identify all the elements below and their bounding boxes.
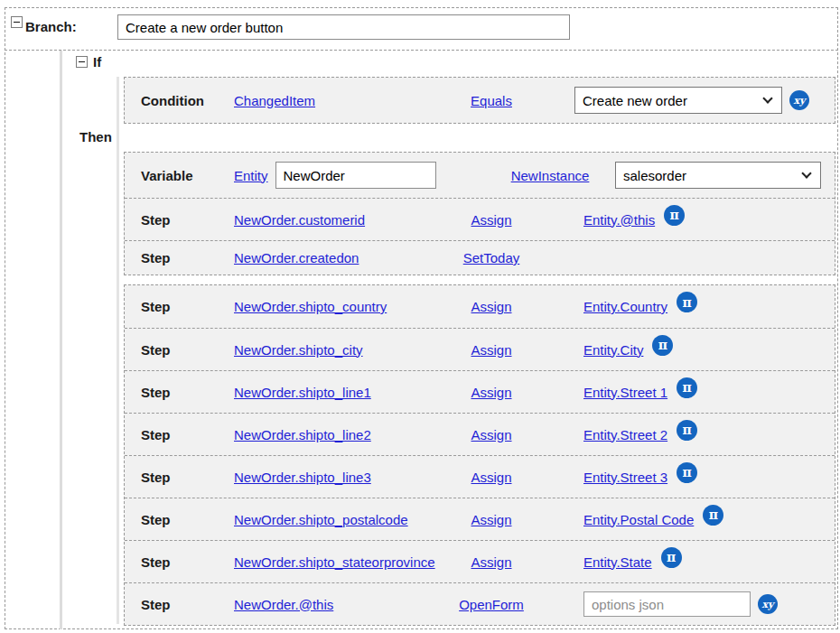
step-row: Step NewOrder.shipto_postalcode Assign E… bbox=[125, 498, 835, 540]
condition-label: Condition bbox=[125, 93, 234, 108]
step-target-link[interactable]: NewOrder.createdon bbox=[234, 250, 359, 265]
step-label: Step bbox=[125, 212, 234, 228]
step-target-link[interactable]: NewOrder.shipto_city bbox=[234, 342, 363, 358]
step-row: Step NewOrder.shipto_country Assign Enti… bbox=[125, 285, 835, 328]
condition-value-select[interactable]: Create new order bbox=[574, 87, 782, 114]
step-label: Step bbox=[125, 512, 234, 527]
step-label: Step bbox=[125, 342, 234, 358]
variable-label: Variable bbox=[125, 168, 234, 183]
step-source-link[interactable]: Entity.Street 2 bbox=[583, 427, 667, 442]
step-label: Step bbox=[125, 597, 234, 612]
formula-pi-icon[interactable]: π bbox=[677, 292, 697, 312]
step-label: Step bbox=[125, 385, 234, 400]
step-operation-link[interactable]: Assign bbox=[471, 470, 511, 485]
collapse-icon[interactable] bbox=[76, 56, 88, 68]
then-label: Then bbox=[79, 129, 112, 144]
entity-select[interactable]: salesorder bbox=[615, 162, 821, 189]
step-label: Step bbox=[125, 299, 234, 314]
step-operation-link[interactable]: Assign bbox=[471, 512, 511, 527]
step-label: Step bbox=[125, 427, 234, 442]
if-label: If bbox=[93, 54, 101, 70]
step-operation-link[interactable]: Assign bbox=[471, 385, 511, 400]
tree-guide-line bbox=[117, 77, 119, 624]
formula-xy-icon[interactable]: xy bbox=[789, 90, 809, 110]
variable-type-link[interactable]: Entity bbox=[234, 168, 268, 183]
minus-icon bbox=[14, 22, 20, 23]
formula-pi-icon[interactable]: π bbox=[664, 205, 685, 226]
step-row: Step NewOrder.@this OpenForm xy bbox=[125, 582, 835, 625]
formula-pi-icon[interactable]: π bbox=[703, 505, 723, 526]
variable-name-input[interactable] bbox=[275, 162, 436, 189]
step-source-link[interactable]: Entity.State bbox=[583, 554, 652, 570]
step-label: Step bbox=[125, 554, 234, 570]
step-operation-link[interactable]: SetToday bbox=[463, 250, 520, 265]
step-source-link[interactable]: Entity.Postal Code bbox=[583, 512, 694, 527]
step-target-link[interactable]: NewOrder.shipto_country bbox=[234, 299, 387, 314]
condition-operator-link[interactable]: Equals bbox=[471, 93, 512, 108]
condition-field-link[interactable]: ChangedItem bbox=[234, 93, 315, 108]
step-target-link[interactable]: NewOrder.shipto_line2 bbox=[234, 427, 371, 442]
collapse-icon[interactable] bbox=[11, 16, 23, 28]
step-row: Step NewOrder.createdon SetToday bbox=[125, 240, 835, 275]
step-target-link[interactable]: NewOrder.@this bbox=[234, 597, 333, 612]
variable-row: Variable Entity NewInstance salesorder bbox=[125, 153, 835, 198]
branch-label: Branch: bbox=[25, 19, 77, 34]
step-row: Step NewOrder.shipto_line2 Assign Entity… bbox=[125, 413, 835, 455]
step-row: Step NewOrder.shipto_line1 Assign Entity… bbox=[125, 370, 835, 413]
then-group-1: Variable Entity NewInstance salesorder S… bbox=[124, 152, 835, 275]
step-row: Step NewOrder.shipto_line3 Assign Entity… bbox=[125, 455, 835, 498]
formula-xy-icon[interactable]: xy bbox=[758, 594, 778, 614]
then-group-2: Step NewOrder.shipto_country Assign Enti… bbox=[124, 284, 835, 626]
step-target-link[interactable]: NewOrder.shipto_stateorprovince bbox=[234, 554, 435, 570]
formula-pi-icon[interactable]: π bbox=[652, 335, 673, 356]
condition-box: Condition ChangedItem Equals Create new … bbox=[124, 77, 835, 124]
formula-pi-icon[interactable]: π bbox=[677, 420, 697, 441]
step-operation-link[interactable]: OpenForm bbox=[459, 597, 524, 612]
step-label: Step bbox=[125, 250, 234, 265]
step-target-link[interactable]: NewOrder.customerid bbox=[234, 212, 365, 228]
step-row: Step NewOrder.shipto_stateorprovince Ass… bbox=[125, 540, 835, 582]
step-target-link[interactable]: NewOrder.shipto_line1 bbox=[234, 385, 371, 400]
step-source-link[interactable]: Entity.@this bbox=[583, 212, 655, 228]
branch-name-input[interactable] bbox=[117, 14, 570, 40]
if-header: If bbox=[76, 54, 101, 70]
minus-icon bbox=[79, 61, 85, 62]
step-source-link[interactable]: Entity.Street 1 bbox=[583, 385, 667, 400]
step-operation-link[interactable]: Assign bbox=[471, 212, 511, 228]
rule-designer: Branch: If Condition ChangedItem Equals … bbox=[0, 0, 840, 633]
condition-row: Condition ChangedItem Equals Create new … bbox=[125, 78, 835, 123]
step-source-link[interactable]: Entity.Street 3 bbox=[583, 470, 667, 485]
openform-options-input[interactable] bbox=[583, 591, 751, 617]
formula-pi-icon[interactable]: π bbox=[661, 547, 682, 568]
step-target-link[interactable]: NewOrder.shipto_postalcode bbox=[234, 512, 408, 527]
formula-pi-icon[interactable]: π bbox=[677, 462, 697, 483]
tree-guide-line bbox=[60, 51, 62, 629]
condition-value-select-wrap: Create new order bbox=[574, 87, 782, 114]
formula-pi-icon[interactable]: π bbox=[677, 377, 697, 398]
step-label: Step bbox=[125, 470, 234, 485]
step-target-link[interactable]: NewOrder.shipto_line3 bbox=[234, 470, 371, 485]
step-source-link[interactable]: Entity.Country bbox=[583, 299, 667, 314]
step-operation-link[interactable]: Assign bbox=[471, 427, 511, 442]
branch-header-divider bbox=[5, 50, 838, 51]
entity-select-wrap: salesorder bbox=[615, 162, 821, 189]
variable-operation-link[interactable]: NewInstance bbox=[511, 168, 590, 183]
step-row: Step NewOrder.shipto_city Assign Entity.… bbox=[125, 328, 835, 370]
step-operation-link[interactable]: Assign bbox=[471, 554, 511, 570]
step-operation-link[interactable]: Assign bbox=[471, 299, 511, 314]
step-row: Step NewOrder.customerid Assign Entity.@… bbox=[125, 198, 835, 240]
step-source-link[interactable]: Entity.City bbox=[583, 342, 643, 358]
step-operation-link[interactable]: Assign bbox=[471, 342, 511, 358]
